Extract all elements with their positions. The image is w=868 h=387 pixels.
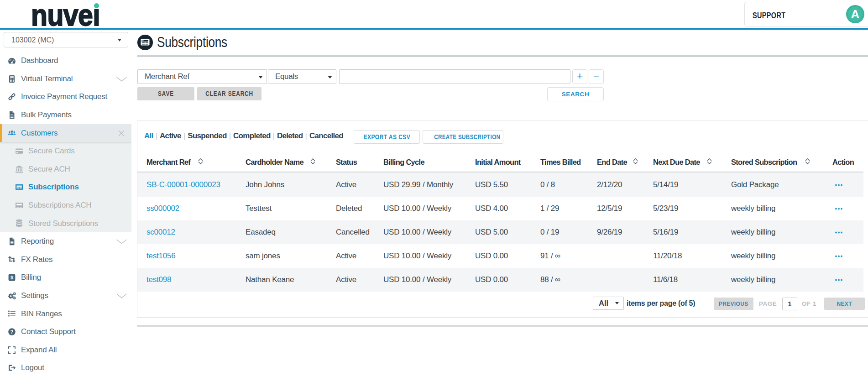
svg-text:$: $ (10, 275, 13, 280)
svg-text:?: ? (10, 329, 13, 335)
